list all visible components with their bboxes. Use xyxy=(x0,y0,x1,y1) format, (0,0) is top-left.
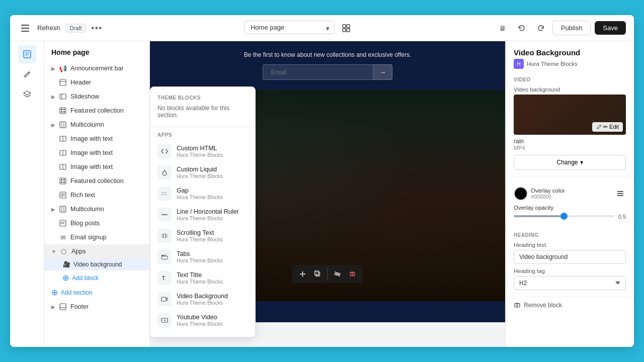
svg-rect-32 xyxy=(63,179,65,180)
popup-item-youtube-video[interactable]: Youtube Video Hura Theme Blocks xyxy=(150,310,255,331)
save-btn[interactable]: Save xyxy=(595,21,626,35)
popup-item-gap[interactable]: Gap Hura Theme Blocks xyxy=(150,183,255,204)
popup-item-line-ruler[interactable]: Line / Horizontal Ruler Hura Theme Block… xyxy=(150,204,255,225)
change-btn[interactable]: Change ▾ xyxy=(514,155,626,170)
app-shell: Refresh Draft ••• Home page xyxy=(0,0,644,362)
svg-rect-5 xyxy=(343,29,346,32)
overlay-color-label: Overlay color xyxy=(531,188,565,194)
nav-item-label: Rich text xyxy=(70,192,142,199)
sidebar-pages-icon[interactable] xyxy=(18,45,36,63)
nav-panel: Home page ▶ 📢 Announcement bar ▶ Header xyxy=(44,41,150,347)
svg-rect-29 xyxy=(60,178,66,184)
nav-item-multicolumn[interactable]: ▶ Multicolumn xyxy=(44,118,149,132)
nav-item-email-signup[interactable]: ▶ ✉ Email signup xyxy=(44,230,149,244)
sidebar-toggle-btn[interactable] xyxy=(18,21,32,35)
overlay-stack-icon[interactable] xyxy=(615,188,626,199)
svg-rect-63 xyxy=(617,193,623,194)
blog-posts-icon xyxy=(58,219,67,228)
popup-item-custom-html[interactable]: Custom HTML Hura Theme Blocks xyxy=(150,141,255,162)
popup-item-info: Custom Liquid Hura Theme Blocks xyxy=(177,166,248,179)
device-toggle-btn[interactable]: 🖥 xyxy=(495,21,510,36)
nav-item-footer[interactable]: ▶ Footer xyxy=(44,300,149,314)
popup-item-video-background[interactable]: Video Background Hura Theme Blocks xyxy=(150,289,255,310)
opacity-slider-thumb[interactable] xyxy=(560,213,568,220)
add-section-btn[interactable]: ⊕ Add section xyxy=(44,285,149,300)
blocks-popup: THEME BLOCKS No blocks available for thi… xyxy=(150,86,256,337)
svg-rect-16 xyxy=(61,109,62,110)
toolbar-move-btn[interactable] xyxy=(296,267,309,281)
left-sidebar xyxy=(10,41,44,347)
remove-block-row[interactable]: Remove block xyxy=(506,297,634,314)
heading-section-label: HEADING xyxy=(514,232,626,238)
apps-title: APPS xyxy=(150,130,255,141)
sidebar-layers-icon[interactable] xyxy=(18,85,36,104)
svg-rect-64 xyxy=(617,195,623,196)
top-bar-left: Refresh Draft ••• xyxy=(18,21,103,35)
heading-text-label: Heading text xyxy=(514,242,626,248)
overlay-color-swatch[interactable] xyxy=(514,187,528,201)
heading-tag-select[interactable]: H2 H1 H3 H4 xyxy=(514,276,626,290)
popup-item-text-title[interactable]: T Text Titte Hura Theme Blocks xyxy=(150,267,255,289)
page-select[interactable]: Home page xyxy=(244,21,335,34)
nav-item-header[interactable]: ▶ Header xyxy=(44,75,149,89)
nav-sub-item-video-bg[interactable]: 🎥 Video background xyxy=(44,258,149,270)
popup-item-custom-liquid[interactable]: Custom Liquid Hura Theme Blocks xyxy=(150,162,255,183)
svg-rect-6 xyxy=(347,29,350,32)
nav-item-image-text-1[interactable]: ▶ Image with text xyxy=(44,132,149,146)
svg-rect-17 xyxy=(61,111,62,113)
nav-item-image-text-3[interactable]: ▶ Image with text xyxy=(44,160,149,174)
nav-panel-title: Home page xyxy=(44,41,149,61)
email-submit-btn[interactable]: → xyxy=(373,64,392,80)
svg-rect-15 xyxy=(60,108,66,114)
svg-rect-11 xyxy=(60,79,66,85)
more-options-btn[interactable]: ••• xyxy=(91,24,103,33)
editor-window: Refresh Draft ••• Home page xyxy=(10,15,634,347)
nav-item-rich-text[interactable]: ▶ Rich text xyxy=(44,188,149,202)
top-bar-right: 🖥 Publish Save xyxy=(495,21,626,36)
nav-sub-item-label: Video background xyxy=(73,261,122,268)
svg-rect-44 xyxy=(60,304,66,310)
refresh-label[interactable]: Refresh xyxy=(37,24,60,32)
nav-item-apps[interactable]: ▼ ⬡ Apps xyxy=(44,244,149,258)
email-input[interactable] xyxy=(263,64,373,80)
video-thumb: ✏ Edit xyxy=(514,95,626,135)
nav-item-announcement-bar[interactable]: ▶ 📢 Announcement bar xyxy=(44,61,149,75)
nav-item-multicolumn-2[interactable]: ▶ Multicolumn xyxy=(44,202,149,216)
edit-thumb-btn[interactable]: ✏ Edit xyxy=(592,122,623,132)
sidebar-pencil-icon[interactable] xyxy=(18,65,36,83)
featured-collection-2-icon xyxy=(58,176,67,186)
undo-btn[interactable] xyxy=(514,21,529,36)
popup-item-name: Custom Liquid xyxy=(177,166,248,173)
right-panel-subtitle: H Hura Theme Blocks xyxy=(514,59,626,69)
popup-item-scrolling-text[interactable]: Scrolling Text Hura Theme Blocks xyxy=(150,225,255,246)
nav-item-blog-posts[interactable]: ▶ Blog posts xyxy=(44,216,149,230)
redo-btn[interactable] xyxy=(533,21,548,36)
nav-item-label: Image with text xyxy=(70,135,142,142)
blocks-popup-overlay: THEME BLOCKS No blocks available for thi… xyxy=(150,86,256,337)
draft-badge: Draft xyxy=(65,24,87,33)
right-panel: Video Background H Hura Theme Blocks VID… xyxy=(505,41,634,347)
nav-item-featured-collection[interactable]: ▶ Featured collection xyxy=(44,104,149,118)
publish-btn[interactable]: Publish xyxy=(552,21,591,35)
heading-text-input[interactable] xyxy=(514,250,626,264)
apps-icon: ⬡ xyxy=(59,247,68,256)
nav-item-label: Image with text xyxy=(70,163,142,170)
nav-item-slideshow[interactable]: ▶ Slideshow xyxy=(44,89,149,104)
toolbar-duplicate-btn[interactable] xyxy=(311,267,325,281)
right-panel-header: Video Background H Hura Theme Blocks xyxy=(506,41,634,71)
add-block-btn[interactable]: ⊕ Add block xyxy=(44,270,149,285)
gap-icon xyxy=(157,187,172,201)
custom-liquid-icon xyxy=(157,165,172,179)
nav-item-image-text-2[interactable]: ▶ Image with text xyxy=(44,146,149,160)
opacity-slider-track[interactable] xyxy=(514,215,614,217)
email-banner-text: Be the first to know about new collectio… xyxy=(160,51,495,58)
nav-item-label: Slideshow xyxy=(70,93,142,100)
popup-item-tabs[interactable]: Tabs Hura Theme Blocks xyxy=(150,246,255,267)
toolbar-delete-btn[interactable] xyxy=(346,267,359,281)
toolbar-hide-btn[interactable] xyxy=(331,267,344,281)
overlay-color-hex: #000000 xyxy=(531,194,565,200)
nav-item-featured-collection-2[interactable]: ▶ Featured collection xyxy=(44,174,149,188)
chevron-icon: ▶ xyxy=(51,94,55,100)
email-input-row: → xyxy=(160,64,495,80)
grid-select-btn[interactable] xyxy=(339,21,354,36)
